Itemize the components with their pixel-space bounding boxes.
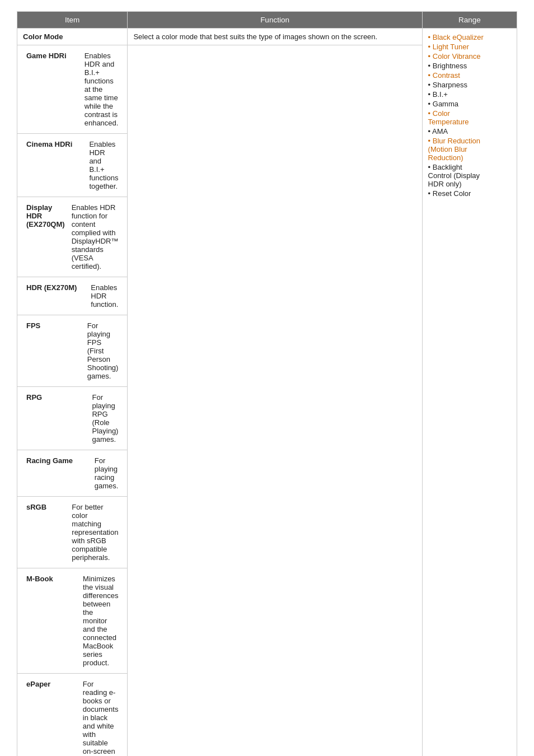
color-mode-row: Color Mode Select a color mode that best… — [17, 29, 517, 45]
sub-item-label: Cinema HDRi — [23, 138, 86, 193]
sub-item-cell: ePaper For reading e-books or documents … — [17, 674, 128, 757]
range-item-color-temp: ColorTemperature — [428, 109, 511, 127]
sub-item-func: For playing RPG (Role Playing) games. — [88, 391, 121, 446]
sub-item-cell: RPG For playing RPG (Role Playing) games… — [17, 387, 128, 450]
range-item-bi: B.I.+ — [428, 90, 511, 99]
sub-item-label: ePaper — [23, 678, 79, 756]
range-item-sharpness: Sharpness — [428, 80, 511, 90]
sub-item-func: Enables HDR function for content complie… — [68, 201, 122, 273]
range-list: Black eQualizer Light Tuner Color Vibran… — [428, 32, 511, 198]
sub-item-cell: FPS For playing FPS (First Person Shooti… — [17, 315, 128, 387]
sub-item-cell: Game HDRi Enables HDR and B.I.+ function… — [17, 45, 128, 134]
sub-item-func: Enables HDR and B.I.+ functions at the s… — [81, 49, 122, 129]
range-item-color-vibrance: Color Vibrance — [428, 52, 511, 61]
sub-item-func: For playing FPS (First Person Shooting) … — [84, 319, 122, 382]
range-item-blur-reduction: Blur Reduction(Motion BlurReduction) — [428, 136, 511, 162]
sub-item-label: FPS — [23, 319, 84, 382]
range-item-light-tuner: Light Tuner — [428, 42, 511, 52]
range-item-black-equalizer: Black eQualizer — [428, 32, 511, 42]
sub-item-func: Enables HDR function. — [87, 281, 121, 311]
sub-item-cell: HDR (EX270M) Enables HDR function. — [17, 277, 128, 315]
sub-item-func: For playing racing games. — [91, 454, 122, 492]
sub-item-func: Enables HDR and B.I.+ functions together… — [86, 138, 121, 193]
sub-item-func: Minimizes the visual differences between… — [79, 572, 121, 669]
sub-item-func: For reading e-books or documents in blac… — [79, 678, 122, 756]
color-mode-range: Black eQualizer Light Tuner Color Vibran… — [422, 29, 517, 757]
sub-item-label: RPG — [23, 391, 88, 446]
color-mode-item: Color Mode — [17, 29, 128, 45]
sub-item-label: HDR (EX270M) — [23, 281, 87, 311]
sub-item-label: Game HDRi — [23, 49, 81, 129]
color-mode-function: Select a color mode that best suits the … — [128, 29, 422, 45]
color-mode-table: Item Function Range Color Mode Select a … — [17, 11, 517, 756]
range-item-gamma: Gamma — [428, 99, 511, 109]
range-item-brightness: Brightness — [428, 61, 511, 71]
sub-item-label: Display HDR (EX270QM) — [23, 201, 68, 273]
sub-item-cell: sRGB For better color matching represent… — [17, 497, 128, 568]
sub-item-label: M-Book — [23, 572, 79, 669]
sub-item-func: For better color matching representation… — [68, 501, 121, 564]
sub-item-cell: Display HDR (EX270QM) Enables HDR functi… — [17, 197, 128, 277]
col-header-item: Item — [17, 12, 128, 29]
col-header-function: Function — [128, 12, 422, 29]
sub-item-cell: M-Book Minimizes the visual differences … — [17, 568, 128, 674]
sub-item-cell: Racing Game For playing racing games. — [17, 450, 128, 497]
sub-item-label: Racing Game — [23, 454, 91, 492]
range-item-contrast: Contrast — [428, 71, 511, 80]
range-item-ama: AMA — [428, 127, 511, 136]
col-header-range: Range — [422, 12, 517, 29]
sub-item-label: sRGB — [23, 501, 68, 564]
range-item-backlight: BacklightControl (DisplayHDR only) — [428, 162, 511, 189]
range-item-reset-color: Reset Color — [428, 189, 511, 198]
sub-item-cell: Cinema HDRi Enables HDR and B.I.+ functi… — [17, 134, 128, 197]
